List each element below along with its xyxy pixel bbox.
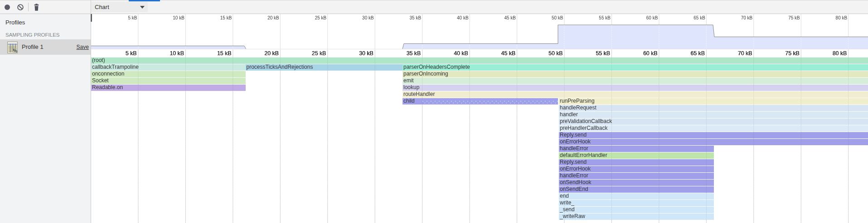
svg-text:45 kB: 45 kB	[504, 15, 516, 20]
svg-text:20 kB: 20 kB	[267, 15, 279, 20]
svg-text:70 kB: 70 kB	[741, 15, 753, 20]
svg-text:10 kB: 10 kB	[173, 15, 184, 20]
svg-text:15 kB: 15 kB	[220, 15, 232, 20]
svg-text:60 kB: 60 kB	[646, 15, 658, 20]
svg-text:75 kB: 75 kB	[788, 15, 800, 20]
svg-text:25 kB: 25 kB	[315, 15, 327, 20]
svg-text:35 kB: 35 kB	[410, 15, 422, 20]
svg-text:80 kB: 80 kB	[836, 15, 848, 20]
svg-text:55 kB: 55 kB	[599, 15, 611, 20]
svg-text:40 kB: 40 kB	[457, 15, 469, 20]
svg-text:50 kB: 50 kB	[552, 15, 563, 20]
svg-text:%: %	[13, 48, 18, 53]
svg-text:5 kB: 5 kB	[128, 15, 137, 20]
svg-text:65 kB: 65 kB	[693, 15, 705, 20]
svg-text:30 kB: 30 kB	[362, 15, 374, 20]
